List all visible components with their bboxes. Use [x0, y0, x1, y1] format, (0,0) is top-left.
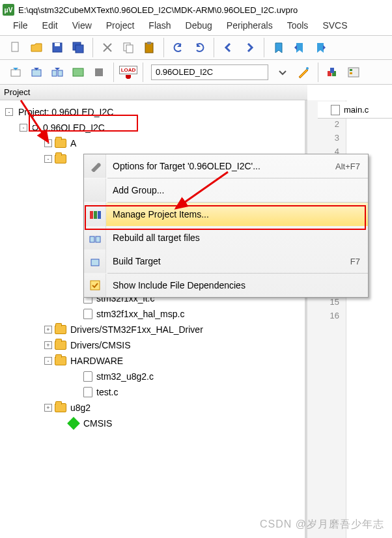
wrench-icon: [84, 154, 106, 178]
open-icon[interactable]: [30, 41, 43, 54]
menu-project[interactable]: Project: [100, 19, 141, 32]
tree-item[interactable]: A: [70, 138, 76, 149]
menu-item-label: Options for Target '0.96OLED_I2C'...: [113, 161, 335, 171]
bookmark-icon[interactable]: [272, 41, 285, 54]
batch-build-icon[interactable]: [72, 66, 85, 79]
build-icon[interactable]: [30, 66, 43, 79]
project-panel-title: Project: [4, 87, 30, 97]
menu-shortcut: F7: [350, 257, 360, 266]
books-icon: [84, 203, 106, 226]
file-icon: [83, 387, 92, 397]
menubar: FileEditViewProjectFlashDebugPeripherals…: [0, 20, 392, 35]
menu-item[interactable]: Options for Target '0.96OLED_I2C'...Alt+…: [84, 154, 368, 178]
svg-point-15: [306, 67, 309, 70]
target-selector[interactable]: 0.96OLED_I2C: [151, 64, 268, 80]
tree-expander[interactable]: -: [44, 357, 52, 365]
svg-rect-22: [90, 211, 93, 219]
tree-item[interactable]: stm32_u8g2.c: [96, 371, 154, 382]
bookmark-next-icon[interactable]: [314, 41, 327, 54]
menu-item[interactable]: Show Include File Dependencies: [84, 274, 368, 297]
nav-fwd-icon[interactable]: [243, 41, 256, 54]
tree-expander[interactable]: +: [44, 404, 52, 412]
tree-item[interactable]: Drivers/STM32F1xx_HAL_Driver: [70, 324, 203, 335]
menu-item[interactable]: Add Group...: [84, 178, 368, 202]
manage-components-icon[interactable]: [326, 66, 339, 79]
svg-rect-7: [145, 43, 153, 53]
svg-rect-28: [91, 281, 100, 290]
svg-rect-27: [91, 259, 99, 266]
nav-back-icon[interactable]: [222, 41, 235, 54]
folder-icon: [55, 403, 66, 412]
options-icon[interactable]: [297, 66, 310, 79]
folder-icon: [55, 139, 66, 148]
svg-rect-9: [11, 70, 20, 76]
svg-rect-26: [96, 236, 100, 242]
tree-expander[interactable]: +: [44, 326, 52, 333]
svg-rect-2: [55, 43, 60, 46]
menu-flash[interactable]: Flash: [142, 19, 177, 32]
editor-tab[interactable]: main.c: [344, 105, 369, 115]
save-icon[interactable]: [51, 41, 64, 54]
manage-rte-icon[interactable]: [347, 66, 360, 79]
watermark: CSDN @岁月磨吾少年志: [260, 518, 384, 531]
toolbar-main: [0, 35, 392, 60]
toolbar-build: LOAD 0.96OLED_I2C: [0, 60, 392, 85]
undo-icon[interactable]: [172, 41, 185, 54]
save-all-icon[interactable]: [72, 41, 85, 54]
menu-item[interactable]: Rebuild all target files: [84, 226, 368, 249]
new-icon[interactable]: [9, 41, 22, 54]
svg-rect-14: [95, 68, 103, 76]
menu-item-label: Build Target: [113, 256, 350, 266]
tree-expander[interactable]: -: [44, 155, 52, 163]
menu-shortcut: Alt+F7: [335, 162, 360, 171]
svg-rect-10: [32, 70, 41, 76]
svg-rect-21: [350, 72, 352, 74]
svg-rect-13: [73, 68, 83, 76]
line-number: 16: [307, 311, 346, 324]
tree-expander[interactable]: -: [5, 108, 13, 116]
menu-item[interactable]: Build TargetF7: [84, 249, 368, 273]
tree-expander[interactable]: -: [20, 124, 27, 132]
download-icon[interactable]: LOAD: [122, 66, 135, 79]
stop-build-icon[interactable]: [92, 66, 105, 79]
project-root[interactable]: Project: 0.96OLED_I2C: [18, 107, 113, 117]
tree-item[interactable]: CMSIS: [83, 418, 112, 429]
svg-rect-8: [147, 42, 151, 44]
translate-icon[interactable]: [9, 66, 22, 79]
target-dropdown-icon[interactable]: [276, 66, 289, 79]
menu-debug[interactable]: Debug: [179, 19, 219, 32]
file-icon: [83, 309, 92, 319]
tree-expander[interactable]: +: [44, 341, 52, 349]
menu-item[interactable]: Manage Project Items...: [84, 203, 368, 226]
tree-item[interactable]: Drivers/CMSIS: [70, 340, 131, 350]
menu-svcs[interactable]: SVCS: [316, 19, 354, 32]
menu-file[interactable]: File: [7, 19, 35, 32]
menu-item-label: Add Group...: [113, 185, 360, 195]
menu-tools[interactable]: Tools: [281, 19, 315, 32]
folder-icon: [55, 154, 66, 163]
context-menu: Options for Target '0.96OLED_I2C'...Alt+…: [83, 154, 369, 298]
tree-item[interactable]: stm32f1xx_hal_msp.c: [96, 309, 184, 319]
check-icon: [84, 274, 106, 297]
tree-item[interactable]: HARDWARE: [70, 356, 123, 366]
svg-rect-24: [98, 211, 101, 219]
bookmark-prev-icon[interactable]: [293, 41, 306, 54]
copy-icon[interactable]: [122, 41, 135, 54]
svg-rect-4: [76, 45, 83, 53]
target-node[interactable]: 0.96OLED_I2C: [43, 122, 105, 133]
svg-rect-20: [350, 69, 352, 71]
paste-icon[interactable]: [143, 41, 156, 54]
window-title: E:\qq\stm32CubeMXText\0.96OLED_I2C\MDK-A…: [18, 5, 298, 15]
menu-peripherals[interactable]: Peripherals: [220, 19, 279, 32]
redo-icon[interactable]: [193, 41, 206, 54]
svg-rect-25: [90, 236, 94, 242]
line-number: 2: [307, 119, 346, 133]
tree-item[interactable]: u8g2: [70, 403, 91, 413]
cut-icon[interactable]: [101, 41, 114, 54]
tree-item[interactable]: test.c: [96, 387, 118, 397]
menu-view[interactable]: View: [66, 19, 98, 32]
file-icon: [331, 105, 340, 115]
rebuild-icon[interactable]: [51, 66, 64, 79]
menu-edit[interactable]: Edit: [36, 19, 64, 32]
tree-expander[interactable]: -: [44, 139, 52, 147]
